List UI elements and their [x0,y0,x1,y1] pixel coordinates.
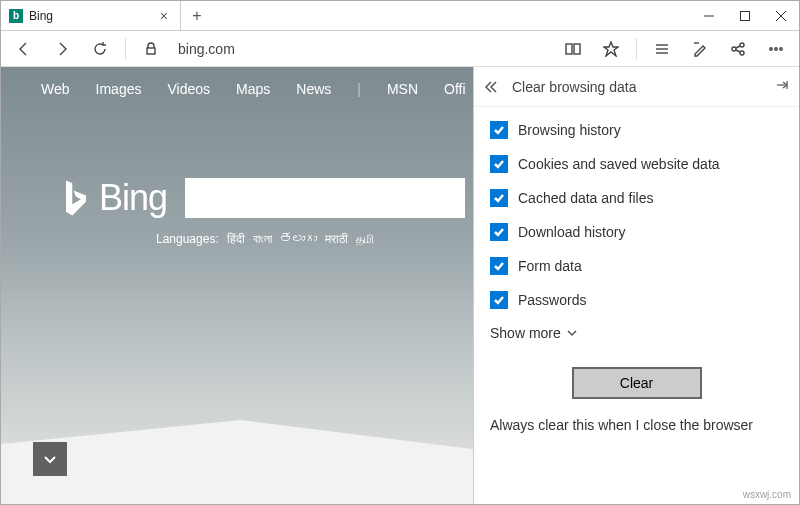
svg-line-16 [736,50,740,52]
back-button[interactable] [7,34,41,64]
titlebar: Bing × + [1,1,799,31]
lock-icon [134,34,168,64]
hub-icon[interactable] [645,34,679,64]
bing-nav-office[interactable]: Offi [444,81,466,97]
svg-rect-1 [741,11,750,20]
pin-icon[interactable] [775,78,789,96]
bing-nav-maps[interactable]: Maps [236,81,270,97]
svg-rect-5 [566,44,572,54]
refresh-button[interactable] [83,34,117,64]
checkbox-cookies[interactable]: Cookies and saved website data [490,155,783,173]
minimize-button[interactable] [691,1,727,30]
always-clear-label: Always clear this when I close the brows… [490,417,783,433]
search-input[interactable] [185,178,465,218]
show-more-link[interactable]: Show more [490,325,783,341]
lang-link[interactable]: मराठी [325,232,348,246]
expand-button[interactable] [33,442,67,476]
more-icon[interactable] [759,34,793,64]
bing-nav-videos[interactable]: Videos [167,81,210,97]
svg-point-19 [780,47,782,49]
share-icon[interactable] [721,34,755,64]
forward-button[interactable] [45,34,79,64]
lang-link[interactable]: हिंदी [227,232,245,246]
address-bar[interactable]: bing.com [172,41,552,57]
bing-logo: Bing [61,177,167,219]
svg-point-14 [740,51,744,55]
clear-button[interactable]: Clear [572,367,702,399]
svg-point-12 [732,47,736,51]
maximize-button[interactable] [727,1,763,30]
checkbox-cached-data[interactable]: Cached data and files [490,189,783,207]
browser-tab[interactable]: Bing × [1,1,181,30]
bing-favicon [9,9,23,23]
bing-nav-msn[interactable]: MSN [387,81,418,97]
bing-nav-web[interactable]: Web [41,81,70,97]
lang-link[interactable]: తెలుగు [280,232,317,246]
close-window-button[interactable] [763,1,799,30]
panel-back-button[interactable] [484,80,502,94]
notes-icon[interactable] [683,34,717,64]
svg-line-15 [736,46,740,48]
toolbar: bing.com [1,31,799,67]
checkbox-passwords[interactable]: Passwords [490,291,783,309]
checkbox-download-history[interactable]: Download history [490,223,783,241]
bing-nav-sep: | [357,81,361,97]
favorite-icon[interactable] [594,34,628,64]
svg-point-13 [740,43,744,47]
checkbox-form-data[interactable]: Form data [490,257,783,275]
lang-link[interactable]: தமி [356,232,374,246]
svg-rect-4 [147,48,155,54]
panel-title: Clear browsing data [512,79,765,95]
svg-rect-6 [574,44,580,54]
reading-view-icon[interactable] [556,34,590,64]
new-tab-button[interactable]: + [181,1,213,30]
tab-close-icon[interactable]: × [156,8,172,24]
svg-point-17 [770,47,772,49]
lang-link[interactable]: বাংলা [253,232,272,246]
svg-marker-7 [604,42,618,56]
bing-nav-images[interactable]: Images [96,81,142,97]
checkbox-browsing-history[interactable]: Browsing history [490,121,783,139]
svg-point-18 [775,47,777,49]
clear-browsing-data-panel: Clear browsing data Browsing history Coo… [473,67,799,504]
languages-row: Languages: हिंदी বাংলা తెలుగు मराठी தமி [156,232,374,246]
content-area: Web Images Videos Maps News | MSN Offi B… [1,67,799,504]
tab-title: Bing [29,9,150,23]
watermark: wsxwj.com [743,489,791,500]
bing-nav-news[interactable]: News [296,81,331,97]
